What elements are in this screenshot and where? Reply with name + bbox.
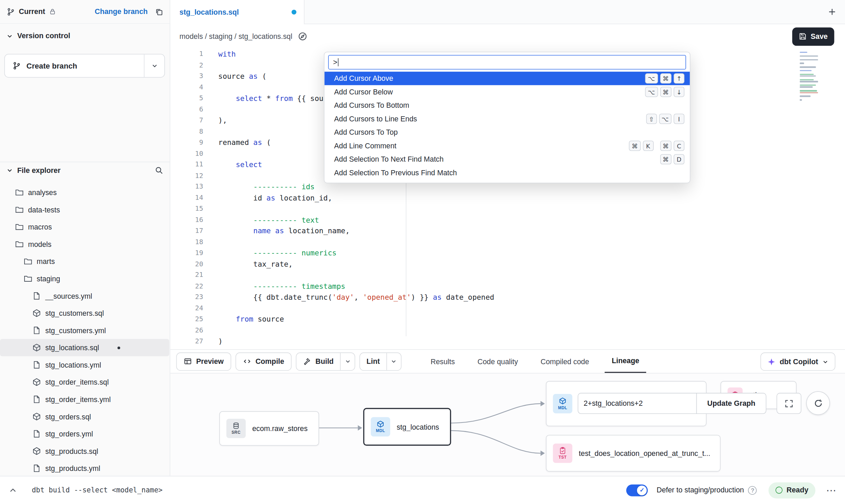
keycap: ⌘ [660, 154, 671, 164]
file-tree-item[interactable]: macros [0, 218, 169, 236]
file-name: stg_orders.sql [45, 413, 91, 421]
create-branch-button[interactable]: Create branch [4, 54, 165, 78]
tab-lineage[interactable]: Lineage [605, 350, 646, 374]
chevron-down-icon [151, 62, 158, 69]
ready-status[interactable]: Ready [769, 482, 815, 498]
code-line: 21 [170, 269, 845, 280]
line-number: 15 [170, 203, 203, 214]
search-icon[interactable] [155, 166, 163, 175]
command-palette-item[interactable]: Add Line Comment⌘K⌘C [324, 139, 690, 153]
version-control-header[interactable]: Version control [6, 32, 70, 40]
minimap[interactable] [800, 52, 819, 101]
code-line: 22 ---------- timestamps [170, 281, 845, 292]
file-tree-item[interactable]: stg_customers.sql [0, 305, 169, 322]
new-tab-icon[interactable] [828, 8, 836, 16]
file-tree-item[interactable]: stg_order_items.sql [0, 373, 169, 391]
tab-compiled-code[interactable]: Compiled code [534, 350, 596, 374]
file-name: stg_products.sql [45, 447, 98, 455]
create-branch-dropdown[interactable] [144, 55, 164, 77]
file-tree-item[interactable]: stg_customers.yml [0, 322, 169, 339]
file-tree-item[interactable]: analyses [0, 184, 169, 201]
defer-toggle[interactable]: ✓ [626, 484, 648, 496]
file-tree-item[interactable]: stg_orders.yml [0, 425, 169, 443]
preview-button[interactable]: Preview [176, 352, 231, 371]
line-number: 3 [170, 71, 203, 81]
change-branch-link[interactable]: Change branch [95, 8, 148, 16]
overflow-menu[interactable]: ⋯ [826, 485, 836, 495]
current-branch-label: Current [19, 8, 45, 16]
file-tree-item[interactable]: stg_products.yml [0, 460, 169, 477]
command-list: Add Cursor Above⌥⌘↑Add Cursor Below⌥⌘↓Ad… [324, 72, 690, 179]
table-icon [184, 357, 192, 366]
keycap: I [674, 114, 685, 124]
clipboard-check-icon [559, 447, 566, 454]
code-icon [243, 357, 251, 366]
file-tree-item[interactable]: __sources.yml [0, 287, 169, 305]
chevron-down-icon [6, 167, 13, 174]
lineage-node-test[interactable]: TST test_does_location_opened_at_trunc_t… [546, 435, 721, 471]
compass-icon[interactable] [298, 32, 308, 41]
save-label: Save [811, 32, 828, 41]
file-tree-item[interactable]: data-tests [0, 201, 169, 218]
fullscreen-button[interactable] [776, 393, 801, 414]
shortcut-keys: ⌥⌘↑ [645, 73, 684, 84]
command-palette-item[interactable]: Add Selection To Next Find Match⌘D [324, 152, 690, 166]
command-palette-item[interactable]: Add Selection To Previous Find Match [324, 166, 690, 180]
file-tree-item[interactable]: stg_orders.sql [0, 408, 169, 425]
lint-button[interactable]: Lint [359, 352, 401, 371]
build-dropdown[interactable] [340, 353, 355, 370]
git-branch-icon [12, 61, 21, 70]
file-tree-item[interactable]: stg_products.sql [0, 443, 169, 460]
lineage-node-stg-locations[interactable]: MDL stg_locations [363, 408, 451, 446]
file-tree-item[interactable]: marts [0, 253, 169, 270]
file-name: analyses [28, 188, 57, 196]
file-name: stg_orders.yml [45, 430, 93, 438]
command-palette-item[interactable]: Add Cursors To Top [324, 125, 690, 139]
help-icon[interactable]: ? [748, 486, 757, 494]
build-button[interactable]: Build [296, 352, 355, 371]
file-icon [32, 360, 41, 369]
update-graph-button[interactable]: Update Graph [696, 393, 766, 414]
command-palette-item[interactable]: Add Cursors to Line Ends⇧⌥I [324, 112, 690, 126]
file-tree-item[interactable]: stg_locations.yml [0, 356, 169, 374]
keycap: ⌥ [645, 73, 658, 84]
keycap: ⌘ [629, 140, 640, 151]
command-palette-item[interactable]: Add Cursor Above⌥⌘↑ [324, 72, 690, 85]
line-number: 4 [170, 81, 203, 92]
shortcut-keys: ⇧⌥I [646, 114, 684, 124]
database-icon [232, 422, 240, 429]
command-input[interactable]: > [328, 55, 686, 70]
save-button[interactable]: Save [792, 27, 834, 46]
tab-stg-locations-sql[interactable]: stg_locations.sql [170, 0, 305, 24]
code-line: 18 [170, 236, 845, 247]
node-label: stg_locations [397, 423, 439, 431]
file-name: stg_order_items.sql [45, 378, 109, 386]
tab-code-quality[interactable]: Code quality [471, 350, 525, 374]
dbt-copilot-button[interactable]: dbt Copilot [760, 353, 835, 371]
line-number: 2 [170, 60, 203, 71]
file-tree-item[interactable]: stg_locations.sql [0, 339, 169, 356]
shortcut-keys: ⌘D [660, 154, 684, 164]
sidebar: Current Change branch Version control Cr… [0, 0, 170, 476]
file-tree-item[interactable]: staging [0, 270, 169, 287]
source-badge: SRC [226, 419, 246, 438]
copy-icon[interactable] [155, 7, 163, 16]
lineage-node-source[interactable]: SRC ecom.raw_stores [219, 411, 319, 446]
file-tree-item[interactable]: models [0, 236, 169, 253]
chevron-up-icon[interactable] [9, 486, 17, 494]
line-number: 27 [170, 336, 203, 347]
file-tree-item[interactable]: stg_order_items.yml [0, 391, 169, 408]
tab-results[interactable]: Results [424, 350, 462, 374]
create-branch-label: Create branch [26, 61, 77, 70]
keycap: D [674, 154, 685, 164]
refresh-button[interactable] [806, 391, 830, 415]
command-palette-item[interactable]: Add Cursor Below⌥⌘↓ [324, 85, 690, 99]
compile-button[interactable]: Compile [236, 352, 292, 371]
command-palette-item[interactable]: Add Cursors To Bottom [324, 99, 690, 112]
section-title: File explorer [17, 166, 61, 175]
file-explorer-header[interactable]: File explorer [6, 166, 163, 175]
keycap: ⌥ [659, 114, 671, 124]
lint-dropdown[interactable] [386, 353, 401, 370]
tab-bar: stg_locations.sql [170, 0, 845, 24]
lineage-selector-input[interactable] [578, 393, 697, 414]
